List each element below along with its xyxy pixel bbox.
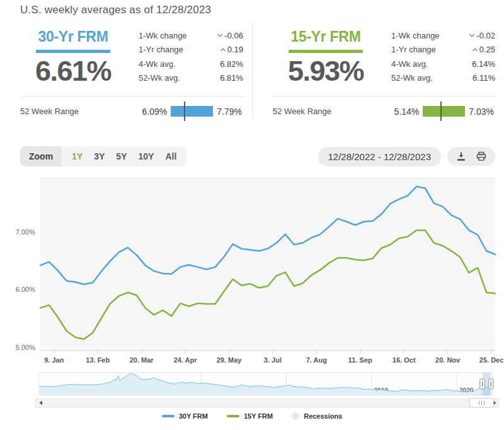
stat-value: -0.06 xyxy=(216,31,243,40)
range-label: 52 Week Range xyxy=(273,107,394,116)
legend-label: 30Y FRM xyxy=(179,412,208,420)
stat-value: 6.14% xyxy=(472,59,495,69)
zoom-button-3y[interactable]: 3Y xyxy=(94,152,105,161)
plot-area[interactable] xyxy=(40,178,495,351)
chevron-up-icon xyxy=(471,46,479,54)
card-15yr-frm: 15-Yr FRM 5.93% 1-Wk change-0.021-Yr cha… xyxy=(252,23,504,117)
legend-label: 15Y FRM xyxy=(244,412,273,420)
stat-row: 1-Wk change-0.02 xyxy=(391,30,495,41)
x-axis-label: 16. Oct xyxy=(392,356,416,364)
stat-row: 1-Wk change-0.06 xyxy=(139,30,243,41)
stat-value: 6.11% xyxy=(472,73,495,83)
history-navigator[interactable]: 197019801990200020102020 xyxy=(0,369,504,411)
card-15yr-rate: 5.93% xyxy=(288,55,364,88)
export-controls xyxy=(447,147,495,166)
stat-label: 4-Wk avg. xyxy=(139,59,176,69)
stat-row: 1-Yr change0.19 xyxy=(139,44,243,55)
stat-label: 1-Yr change xyxy=(139,45,183,54)
card-15yr-title: 15-Yr FRM xyxy=(290,28,360,45)
x-axis-label: 25. Dec xyxy=(479,356,504,364)
range-max-value: 7.03% xyxy=(469,107,494,117)
summary-cards: 30-Yr FRM 6.61% 1-Wk change-0.061-Yr cha… xyxy=(0,23,504,117)
card-30yr-range-row: 52 Week Range 6.09% 7.79% xyxy=(20,96,243,117)
stat-label: 1-Wk change xyxy=(391,31,440,40)
x-axis-label: 3. Jul xyxy=(264,356,282,364)
y-axis-label: 6.00% xyxy=(16,286,35,293)
zoom-control: Zoom 1Y3Y5Y10YAll xyxy=(20,146,186,166)
x-axis-label: 7. Aug xyxy=(306,356,327,364)
range-min-value: 6.09% xyxy=(142,107,168,117)
card-30yr-accent-bar xyxy=(36,50,110,53)
stat-value: 6.81% xyxy=(220,73,243,83)
range-min-value: 5.14% xyxy=(394,107,420,117)
stat-label: 52-Wk avg. xyxy=(139,73,180,83)
legend-circle-marker xyxy=(292,412,299,420)
legend-line-marker xyxy=(162,415,175,417)
x-axis-label: 11. Sep xyxy=(348,356,372,364)
card-30yr-top: 30-Yr FRM 6.61% 1-Wk change-0.061-Yr cha… xyxy=(20,26,243,88)
stat-row: 52-Wk avg.6.81% xyxy=(139,73,243,84)
legend-label: Recessions xyxy=(304,412,342,420)
y-axis-label: 5.00% xyxy=(16,344,35,351)
zoom-button-10y[interactable]: 10Y xyxy=(138,152,154,161)
zoom-buttons: 1Y3Y5Y10YAll xyxy=(62,146,186,166)
print-icon[interactable] xyxy=(476,151,486,161)
range-max-value: 7.79% xyxy=(217,107,242,117)
stat-row: 1-Yr change0.25 xyxy=(391,44,495,55)
chart-toolbar: Zoom 1Y3Y5Y10YAll 12/28/2022 - 12/28/202… xyxy=(20,146,495,166)
stat-label: 1-Yr change xyxy=(391,45,436,54)
card-15yr-stats: 1-Wk change-0.021-Yr change0.254-Wk avg.… xyxy=(391,26,495,88)
stat-row: 4-Wk avg.6.14% xyxy=(391,58,495,69)
card-15yr-top: 15-Yr FRM 5.93% 1-Wk change-0.021-Yr cha… xyxy=(273,26,495,88)
x-axis-label: 29. May xyxy=(217,356,243,364)
range-label: 52 Week Range xyxy=(20,107,142,116)
x-axis-label: 20. Mar xyxy=(130,356,154,364)
stat-label: 1-Wk change xyxy=(139,31,187,40)
card-30yr-rate: 6.61% xyxy=(35,55,111,88)
card-30yr-main: 30-Yr FRM 6.61% xyxy=(20,26,126,88)
main-rate-chart[interactable]: 5.00%6.00%7.00%9. Jan13. Feb20. Mar24. A… xyxy=(0,171,504,368)
chart-legend: 30Y FRM15Y FRMRecessions xyxy=(0,412,504,420)
stat-value: -0.02 xyxy=(468,31,495,40)
stat-label: 52-Wk avg. xyxy=(391,73,433,83)
range-current-marker xyxy=(440,102,442,121)
range-bar xyxy=(423,106,465,117)
stat-row: 52-Wk avg.6.11% xyxy=(391,73,495,84)
x-axis-label: 24. Apr xyxy=(174,356,198,364)
x-axis-label: 9. Jan xyxy=(44,356,64,364)
range-bar xyxy=(171,106,213,117)
stat-value: 6.82% xyxy=(220,59,243,69)
legend-item-15y-frm[interactable]: 15Y FRM xyxy=(227,412,273,420)
card-30yr-frm: 30-Yr FRM 6.61% 1-Wk change-0.061-Yr cha… xyxy=(0,23,252,117)
stat-row: 4-Wk avg.6.82% xyxy=(139,58,243,69)
x-axis-label: 13. Feb xyxy=(86,356,110,364)
legend-item-recessions[interactable]: Recessions xyxy=(292,412,342,420)
zoom-button-1y[interactable]: 1Y xyxy=(72,152,83,161)
chevron-down-icon xyxy=(216,32,224,39)
card-15yr-main: 15-Yr FRM 5.93% xyxy=(273,26,379,88)
card-30yr-title: 30-Yr FRM xyxy=(38,28,108,45)
card-15yr-accent-bar xyxy=(289,50,363,53)
date-range-input[interactable]: 12/28/2022 - 12/28/2023 xyxy=(318,147,441,166)
chevron-down-icon xyxy=(468,32,476,39)
toolbar-right: 12/28/2022 - 12/28/2023 xyxy=(318,147,495,166)
legend-line-marker xyxy=(227,415,239,417)
card-15yr-range-row: 52 Week Range 5.14% 7.03% xyxy=(273,96,495,117)
zoom-button-all[interactable]: All xyxy=(165,152,176,161)
stat-label: 4-Wk avg. xyxy=(391,59,428,69)
x-axis-label: 20. Nov xyxy=(435,356,461,364)
download-icon[interactable] xyxy=(456,151,466,161)
range-current-marker xyxy=(184,102,185,121)
legend-item-30y-frm[interactable]: 30Y FRM xyxy=(162,412,208,420)
zoom-button-5y[interactable]: 5Y xyxy=(116,152,127,161)
scrollbar-track[interactable] xyxy=(35,398,499,407)
chevron-up-icon xyxy=(219,46,227,54)
y-axis-label: 7.00% xyxy=(16,228,35,236)
page-title: U.S. weekly averages as of 12/28/2023 xyxy=(20,4,211,16)
zoom-control-label: Zoom xyxy=(20,146,62,166)
card-30yr-stats: 1-Wk change-0.061-Yr change0.194-Wk avg.… xyxy=(139,26,243,88)
stat-value: 0.19 xyxy=(219,45,243,54)
stat-value: 0.25 xyxy=(471,45,495,54)
